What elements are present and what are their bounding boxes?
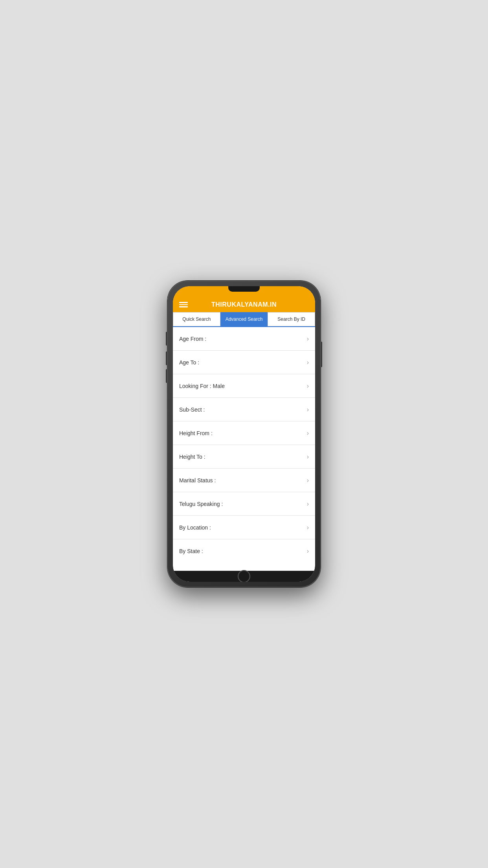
- tab-quick-search[interactable]: Quick Search: [173, 312, 220, 326]
- age-to-label: Age To :: [179, 359, 199, 366]
- camera-notch: [228, 286, 260, 292]
- chevron-icon-age-to: ›: [307, 359, 309, 366]
- looking-for-label: Looking For : Male: [179, 383, 225, 389]
- tab-bar: Quick Search Advanced Search Search By I…: [173, 312, 315, 327]
- list-item-sub-sect[interactable]: Sub-Sect : ›: [173, 398, 315, 421]
- age-from-label: Age From :: [179, 336, 206, 342]
- screen: THIRUKALYANAM.IN Quick Search Advanced S…: [173, 286, 315, 582]
- sub-sect-label: Sub-Sect :: [179, 406, 205, 413]
- list-item-looking-for[interactable]: Looking For : Male ›: [173, 374, 315, 398]
- list-item-height-from[interactable]: Height From : ›: [173, 421, 315, 445]
- by-location-label: By Location :: [179, 524, 211, 531]
- chevron-icon-age-from: ›: [307, 335, 309, 342]
- by-state-label: By State :: [179, 548, 203, 554]
- list-item-age-to[interactable]: Age To : ›: [173, 351, 315, 374]
- status-bar: [173, 286, 315, 297]
- menu-line-1: [179, 302, 188, 303]
- tab-advanced-search[interactable]: Advanced Search: [220, 312, 268, 326]
- menu-line-2: [179, 304, 188, 305]
- marital-status-label: Marital Status :: [179, 477, 216, 484]
- list-item-marital-status[interactable]: Marital Status : ›: [173, 469, 315, 492]
- chevron-icon-sub-sect: ›: [307, 406, 309, 413]
- app-title: THIRUKALYANAM.IN: [211, 301, 277, 308]
- height-from-label: Height From :: [179, 430, 213, 436]
- chevron-icon-height-to: ›: [307, 453, 309, 460]
- app-header: THIRUKALYANAM.IN: [173, 297, 315, 312]
- home-indicator-area: [173, 571, 315, 582]
- height-to-label: Height To :: [179, 454, 205, 460]
- menu-button[interactable]: [179, 302, 188, 307]
- menu-line-3: [179, 306, 188, 307]
- chevron-icon-looking-for: ›: [307, 383, 309, 390]
- phone-frame: THIRUKALYANAM.IN Quick Search Advanced S…: [167, 281, 321, 587]
- phone-inner: THIRUKALYANAM.IN Quick Search Advanced S…: [173, 286, 315, 582]
- chevron-icon-marital-status: ›: [307, 477, 309, 484]
- list-item-by-state[interactable]: By State : ›: [173, 539, 315, 563]
- list-item-height-to[interactable]: Height To : ›: [173, 445, 315, 469]
- home-button[interactable]: [238, 570, 250, 582]
- content-area: Age From : › Age To : › Looking For : Ma…: [173, 327, 315, 571]
- chevron-icon-by-location: ›: [307, 524, 309, 531]
- chevron-icon-by-state: ›: [307, 548, 309, 555]
- telugu-speaking-label: Telugu Speaking :: [179, 501, 223, 507]
- tab-search-by-id[interactable]: Search By ID: [268, 312, 315, 326]
- list-item-age-from[interactable]: Age From : ›: [173, 327, 315, 351]
- list-item-telugu-speaking[interactable]: Telugu Speaking : ›: [173, 492, 315, 516]
- list-item-by-location[interactable]: By Location : ›: [173, 516, 315, 539]
- chevron-icon-height-from: ›: [307, 430, 309, 437]
- chevron-icon-telugu-speaking: ›: [307, 500, 309, 508]
